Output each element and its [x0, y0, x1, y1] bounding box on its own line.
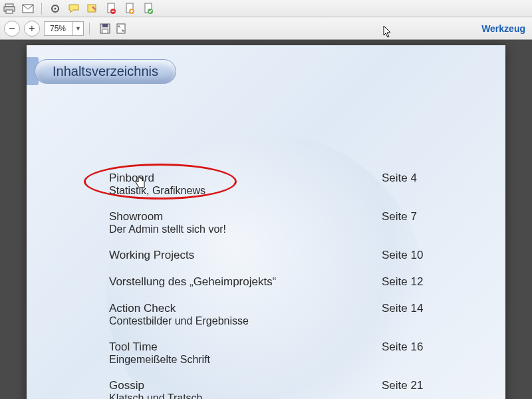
toc-entry[interactable]: Gossip Klatsch und Tratsch Seite 21 — [109, 379, 466, 399]
svg-rect-14 — [102, 24, 108, 27]
toc-entry[interactable]: Action Check Contestbilder und Ergebniss… — [109, 302, 466, 327]
pdf-page: Inhaltsverzeichnis Pinboard Statistik, G… — [27, 45, 505, 399]
comment-icon[interactable] — [67, 3, 80, 15]
toc-title: Tool Time — [109, 340, 295, 354]
zoom-out-button[interactable]: − — [4, 21, 20, 37]
mail-icon[interactable] — [21, 3, 35, 15]
toc-subtitle: Eingemeißelte Schrift — [109, 354, 295, 366]
toc-title: Working Projects — [109, 249, 295, 262]
toc-entry[interactable]: Tool Time Eingemeißelte Schrift Seite 16 — [109, 340, 466, 366]
page-title-pill: Inhaltsverzeichnis — [27, 57, 176, 85]
toc-subtitle: Contestbilder und Ergebnisse — [109, 315, 295, 327]
toc-page: Seite 12 — [295, 275, 466, 289]
toc-entry[interactable]: Pinboard Statistik, Grafiknews Seite 4 — [109, 172, 466, 197]
tools-link[interactable]: Werkzeug — [481, 23, 525, 34]
print-icon[interactable] — [3, 3, 16, 15]
separator — [89, 23, 90, 35]
toolbar-zoom: − + 75% ▼ Werkzeug — [0, 17, 532, 40]
save-icon[interactable] — [99, 23, 111, 35]
svg-rect-2 — [6, 10, 13, 13]
toc-page: Seite 16 — [295, 340, 466, 366]
toc-title: Vorstellung des „Geheimprojekts“ — [109, 275, 295, 289]
zoom-in-button[interactable]: + — [24, 21, 40, 37]
toc-title: Action Check — [109, 302, 295, 315]
doc-check-icon[interactable] — [142, 3, 155, 15]
separator — [41, 3, 42, 15]
doc-remove-icon[interactable] — [104, 3, 118, 15]
page-title: Inhaltsverzeichnis — [35, 59, 176, 84]
svg-rect-0 — [5, 4, 13, 7]
toc-page: Seite 7 — [295, 210, 466, 235]
toolbar-top — [0, 0, 532, 17]
doc-add-icon[interactable] — [123, 3, 136, 15]
toc-subtitle: Statistik, Grafiknews — [109, 185, 295, 197]
svg-point-5 — [55, 7, 57, 9]
fit-page-icon[interactable] — [115, 23, 127, 35]
gear-icon[interactable] — [49, 3, 62, 15]
toc-subtitle: Der Admin stellt sich vor! — [109, 223, 295, 235]
document-viewport[interactable]: Inhaltsverzeichnis Pinboard Statistik, G… — [0, 40, 532, 399]
toc-page: Seite 14 — [295, 302, 466, 327]
toc-title: Pinboard — [109, 172, 295, 185]
zoom-value: 75% — [45, 24, 72, 33]
toc-entry[interactable]: Working Projects Seite 10 — [109, 249, 466, 262]
toc-page: Seite 10 — [295, 249, 466, 262]
toc-title: Gossip — [109, 379, 295, 392]
toc-page: Seite 4 — [295, 172, 466, 197]
toc-entry[interactable]: Vorstellung des „Geheimprojekts“ Seite 1… — [109, 275, 466, 289]
toc-title: Showroom — [109, 210, 295, 223]
svg-rect-16 — [117, 24, 125, 33]
toc-page: Seite 21 — [295, 379, 466, 399]
table-of-contents: Pinboard Statistik, Grafiknews Seite 4 S… — [109, 172, 466, 399]
svg-rect-15 — [102, 29, 108, 33]
zoom-select[interactable]: 75% ▼ — [44, 21, 84, 36]
toc-entry[interactable]: Showroom Der Admin stellt sich vor! Seit… — [109, 210, 466, 235]
note-edit-icon[interactable] — [86, 3, 99, 15]
chevron-down-icon[interactable]: ▼ — [72, 22, 83, 35]
toc-subtitle: Klatsch und Tratsch — [109, 392, 295, 399]
